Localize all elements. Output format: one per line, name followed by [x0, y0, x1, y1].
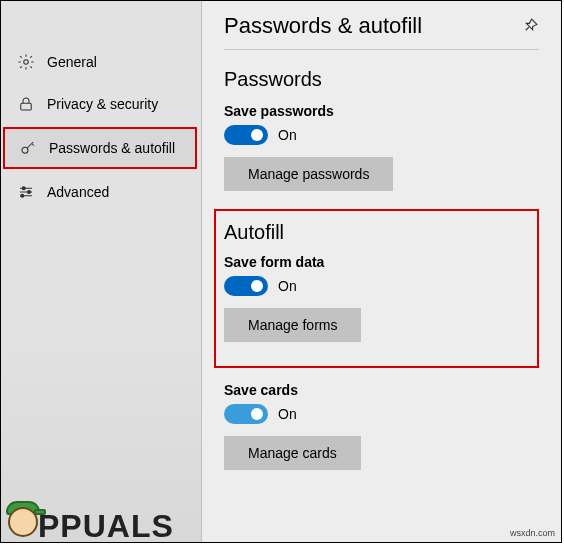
svg-rect-1	[21, 103, 32, 110]
manage-passwords-button[interactable]: Manage passwords	[224, 157, 393, 191]
svg-point-3	[22, 187, 25, 190]
save-form-data-toggle[interactable]	[224, 276, 268, 296]
sidebar-item-general[interactable]: General	[1, 41, 201, 83]
passwords-section: Passwords Save passwords On Manage passw…	[224, 68, 539, 191]
toggle-state: On	[278, 278, 297, 294]
toggle-state: On	[278, 406, 297, 422]
sliders-icon	[17, 183, 35, 201]
save-cards-label: Save cards	[224, 382, 539, 398]
svg-point-4	[28, 191, 31, 194]
sidebar-item-privacy[interactable]: Privacy & security	[1, 83, 201, 125]
sidebar-item-label: Privacy & security	[47, 96, 158, 112]
svg-point-0	[24, 60, 29, 65]
autofill-highlight: Autofill Save form data On Manage forms	[214, 209, 539, 368]
sidebar-item-passwords-autofill[interactable]: Passwords & autofill	[3, 127, 197, 169]
page-title: Passwords & autofill	[224, 13, 422, 39]
save-passwords-label: Save passwords	[224, 103, 539, 119]
sidebar-item-label: Advanced	[47, 184, 109, 200]
key-icon	[19, 139, 37, 157]
section-heading: Passwords	[224, 68, 539, 91]
brand-logo: PPUALS	[0, 499, 174, 545]
save-form-data-label: Save form data	[224, 254, 523, 270]
sidebar-item-label: Passwords & autofill	[49, 140, 175, 156]
toggle-state: On	[278, 127, 297, 143]
save-passwords-toggle[interactable]	[224, 125, 268, 145]
settings-content: Passwords & autofill Passwords Save pass…	[202, 1, 561, 542]
autofill-section: Autofill Save form data On Manage forms …	[224, 209, 539, 470]
mascot-icon	[0, 499, 44, 543]
manage-cards-button[interactable]: Manage cards	[224, 436, 361, 470]
watermark-text: wsxdn.com	[510, 528, 555, 538]
svg-point-2	[22, 147, 28, 153]
gear-icon	[17, 53, 35, 71]
sidebar-item-label: General	[47, 54, 97, 70]
section-heading: Autofill	[224, 221, 523, 244]
brand-text: PPUALS	[38, 508, 174, 545]
svg-point-5	[21, 194, 24, 197]
manage-forms-button[interactable]: Manage forms	[224, 308, 361, 342]
lock-icon	[17, 95, 35, 113]
sidebar-item-advanced[interactable]: Advanced	[1, 171, 201, 213]
pin-icon[interactable]	[521, 17, 539, 35]
settings-sidebar: General Privacy & security Passwords & a…	[1, 1, 201, 542]
save-cards-toggle[interactable]	[224, 404, 268, 424]
